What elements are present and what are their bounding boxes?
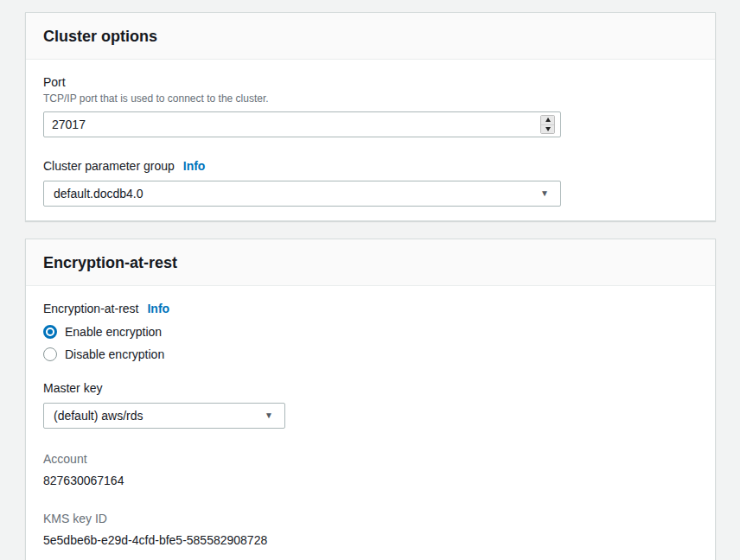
port-description: TCP/IP port that is used to connect to t… <box>43 92 698 105</box>
account-label: Account <box>43 451 698 467</box>
stepper-up-button[interactable] <box>541 116 554 124</box>
radio-disable-label: Disable encryption <box>65 347 164 361</box>
encryption-label-row: Encryption-at-rest Info <box>43 301 698 316</box>
port-stepper <box>540 115 555 134</box>
encryption-body: Encryption-at-rest Info Enable encryptio… <box>26 286 715 560</box>
cluster-options-header: Cluster options <box>26 13 715 60</box>
master-key-label: Master key <box>43 380 698 396</box>
radio-disable-encryption[interactable]: Disable encryption <box>43 347 698 361</box>
radio-button-icon <box>43 325 57 339</box>
parameter-group-select[interactable]: default.docdb4.0 ▼ <box>43 181 561 207</box>
encryption-panel: Encryption-at-rest Encryption-at-rest In… <box>25 239 716 560</box>
parameter-group-label: Cluster parameter group <box>43 158 175 174</box>
master-key-select[interactable]: (default) aws/rds ▼ <box>43 403 285 429</box>
arrow-down-icon <box>545 127 551 131</box>
kms-key-id-value: 5e5dbe6b-e29d-4cfd-bfe5-585582908728 <box>43 532 698 548</box>
master-key-selected-value: (default) aws/rds <box>54 409 143 423</box>
encryption-header: Encryption-at-rest <box>26 239 715 286</box>
chevron-down-icon: ▼ <box>265 411 273 420</box>
parameter-group-info-link[interactable]: Info <box>183 159 206 173</box>
port-input-value: 27017 <box>52 118 86 131</box>
port-label: Port <box>43 74 698 90</box>
radio-button-icon <box>43 347 57 361</box>
encryption-info-link[interactable]: Info <box>147 302 169 315</box>
port-input[interactable]: 27017 <box>43 111 561 137</box>
encryption-title: Encryption-at-rest <box>43 252 698 273</box>
arrow-up-icon <box>545 118 551 122</box>
cluster-options-title: Cluster options <box>43 26 698 47</box>
chevron-down-icon: ▼ <box>540 189 549 198</box>
parameter-group-selected-value: default.docdb4.0 <box>54 187 144 200</box>
cluster-options-panel: Cluster options Port TCP/IP port that is… <box>25 12 716 221</box>
stepper-down-button[interactable] <box>541 124 554 134</box>
encryption-field-label: Encryption-at-rest <box>43 301 138 316</box>
parameter-group-label-row: Cluster parameter group Info <box>43 158 698 174</box>
kms-key-id-label: KMS key ID <box>43 511 698 526</box>
radio-enable-label: Enable encryption <box>65 325 162 339</box>
cluster-options-body: Port TCP/IP port that is used to connect… <box>26 60 715 220</box>
radio-enable-encryption[interactable]: Enable encryption <box>43 325 698 339</box>
account-value: 827630067164 <box>43 473 698 488</box>
